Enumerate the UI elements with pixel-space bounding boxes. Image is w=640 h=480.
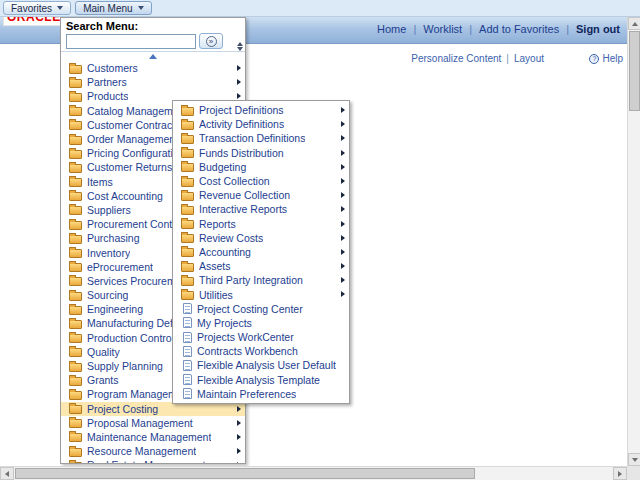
add-to-favorites-link[interactable]: Add to Favorites — [479, 23, 559, 35]
help-link[interactable]: Help — [602, 53, 623, 64]
menu-item-maintain-preferences[interactable]: Maintain Preferences — [173, 387, 349, 401]
menu-item-label: Suppliers — [87, 204, 131, 216]
submenu-arrow-icon — [237, 65, 241, 71]
separator: | — [506, 53, 509, 64]
menu-item-label: Transaction Definitions — [199, 132, 305, 144]
horizontal-scrollbar[interactable] — [0, 466, 640, 480]
menu-item-funds-distribution[interactable]: Funds Distribution — [173, 146, 349, 160]
vertical-scrollbar[interactable] — [627, 17, 640, 466]
menu-item-real-estate-management[interactable]: Real Estate Management — [61, 458, 245, 464]
worklist-link[interactable]: Worklist — [423, 23, 462, 35]
scrollbar-up-button[interactable] — [628, 17, 640, 30]
menu-item-proposal-management[interactable]: Proposal Management — [61, 416, 245, 430]
horizontal-scrollbar-thumb[interactable] — [15, 468, 475, 479]
menu-item-cost-collection[interactable]: Cost Collection — [173, 174, 349, 188]
personalize-content-link[interactable]: Personalize Content — [411, 53, 501, 64]
folder-icon — [181, 135, 194, 144]
menu-item-label: Items — [87, 176, 113, 188]
folder-icon — [69, 377, 82, 386]
menu-item-assets[interactable]: Assets — [173, 259, 349, 273]
menu-item-activity-definitions[interactable]: Activity Definitions — [173, 117, 349, 131]
menu-item-flexible-analysis-template[interactable]: Flexible Analysis Template — [173, 373, 349, 387]
menu-item-contracts-workbench[interactable]: Contracts Workbench — [173, 344, 349, 358]
menu-item-label: Projects WorkCenter — [197, 331, 294, 343]
folder-icon — [181, 121, 194, 130]
folder-icon — [69, 150, 82, 159]
menu-resize-control[interactable] — [237, 42, 243, 51]
page-icon — [183, 346, 192, 357]
page-icon — [183, 317, 192, 328]
main-menu-button-label: Main Menu — [83, 3, 132, 14]
folder-icon — [181, 248, 194, 257]
submenu-arrow-icon — [341, 291, 345, 297]
folder-icon — [69, 391, 82, 400]
menu-item-review-costs[interactable]: Review Costs — [173, 231, 349, 245]
menu-item-label: Contracts Workbench — [197, 345, 298, 357]
folder-icon — [69, 320, 82, 329]
menu-item-reports[interactable]: Reports — [173, 217, 349, 231]
menu-search-input[interactable] — [66, 34, 196, 49]
menu-item-label: Cost Accounting — [87, 190, 163, 202]
menu-item-third-party-integration[interactable]: Third Party Integration — [173, 273, 349, 287]
menu-item-label: Revenue Collection — [199, 189, 290, 201]
menu-item-accounting[interactable]: Accounting — [173, 245, 349, 259]
folder-icon — [69, 249, 82, 258]
menu-item-resource-management[interactable]: Resource Management — [61, 444, 245, 458]
folder-icon — [69, 419, 82, 428]
menu-item-my-projects[interactable]: My Projects — [173, 316, 349, 330]
menu-item-maintenance-management[interactable]: Maintenance Management — [61, 430, 245, 444]
scrollbar-right-button[interactable] — [613, 467, 627, 480]
menu-item-project-costing-center[interactable]: Project Costing Center — [173, 302, 349, 316]
menu-search-area: Search Menu: » — [61, 18, 245, 52]
menu-item-label: eProcurement — [87, 261, 153, 273]
menu-item-label: Proposal Management — [87, 417, 193, 429]
menu-item-label: Budgeting — [199, 161, 246, 173]
help-icon: ? — [589, 54, 599, 64]
page-icon — [183, 388, 192, 399]
layout-link[interactable]: Layout — [514, 53, 544, 64]
folder-icon — [69, 107, 82, 116]
menu-item-project-definitions[interactable]: Project Definitions — [173, 103, 349, 117]
menu-item-label: Flexible Analysis User Default — [197, 359, 336, 371]
submenu-arrow-icon — [341, 107, 345, 113]
scrollbar-left-button[interactable] — [0, 467, 14, 480]
arrow-down-icon — [237, 47, 243, 51]
menu-item-utilities[interactable]: Utilities — [173, 287, 349, 301]
folder-icon — [69, 79, 82, 88]
favorites-button[interactable]: Favorites — [3, 1, 71, 15]
menu-item-label: Third Party Integration — [199, 274, 303, 286]
folder-icon — [69, 178, 82, 187]
menu-item-customers[interactable]: Customers — [61, 61, 245, 75]
menu-item-flexible-analysis-user-default[interactable]: Flexible Analysis User Default — [173, 358, 349, 372]
menu-item-label: Customers — [87, 62, 138, 74]
menu-item-partners[interactable]: Partners — [61, 75, 245, 89]
arrow-down-icon — [632, 458, 638, 462]
submenu-arrow-icon — [237, 434, 241, 440]
menu-item-label: Pricing Configuration — [87, 147, 184, 159]
menu-item-label: Real Estate Management — [87, 459, 205, 464]
chevron-down-icon — [57, 6, 63, 10]
menu-scroll-up-button[interactable] — [61, 52, 245, 61]
menu-item-label: Inventory — [87, 247, 130, 259]
search-menu-label: Search Menu: — [66, 20, 241, 32]
separator: | — [413, 23, 416, 35]
home-link[interactable]: Home — [377, 23, 406, 35]
submenu-arrow-icon — [341, 249, 345, 255]
menu-item-revenue-collection[interactable]: Revenue Collection — [173, 188, 349, 202]
sign-out-link[interactable]: Sign out — [576, 23, 620, 35]
folder-icon — [181, 291, 194, 300]
menu-item-budgeting[interactable]: Budgeting — [173, 160, 349, 174]
folder-icon — [69, 235, 82, 244]
menu-item-transaction-definitions[interactable]: Transaction Definitions — [173, 131, 349, 145]
page-icon — [183, 360, 192, 371]
vertical-scrollbar-thumb[interactable] — [629, 31, 640, 111]
main-menu-button[interactable]: Main Menu — [75, 1, 151, 15]
menu-search-go-button[interactable]: » — [199, 33, 223, 49]
menu-item-label: Customer Contracts — [87, 119, 180, 131]
menu-item-label: Flexible Analysis Template — [197, 374, 320, 386]
scrollbar-down-button[interactable] — [628, 453, 640, 466]
menu-item-interactive-reports[interactable]: Interactive Reports — [173, 202, 349, 216]
menu-item-label: Accounting — [199, 246, 251, 258]
folder-icon — [69, 433, 82, 442]
menu-item-projects-workcenter[interactable]: Projects WorkCenter — [173, 330, 349, 344]
